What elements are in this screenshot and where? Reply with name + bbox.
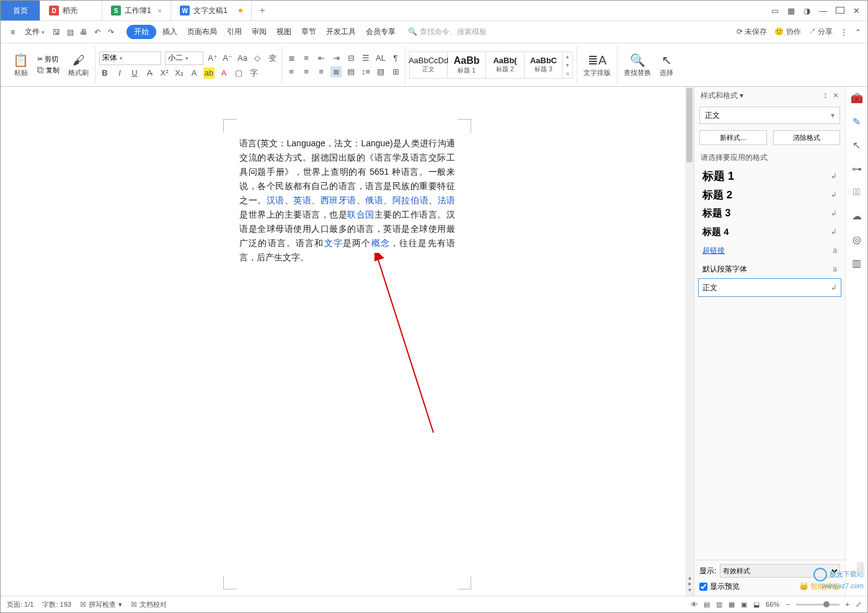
underline-icon[interactable]: U <box>129 68 140 79</box>
hyperlink[interactable]: 概念 <box>371 238 390 248</box>
show-marks-icon[interactable]: ¶ <box>390 53 401 64</box>
decrease-indent-icon[interactable]: ⇤ <box>316 53 327 64</box>
collapse-ribbon-icon[interactable]: ⌃ <box>855 28 861 37</box>
borders-icon[interactable]: ⊞ <box>390 66 401 77</box>
style-item-heading1[interactable]: 标题 1↲ <box>698 167 841 185</box>
format-brush-button[interactable]: 🖌格式刷 <box>66 52 91 77</box>
hyperlink[interactable]: 俄语 <box>365 195 383 205</box>
close-button[interactable]: ✕ <box>853 6 860 15</box>
view-web-icon[interactable]: ▦ <box>728 601 735 609</box>
menu-start[interactable]: 开始 <box>126 25 156 39</box>
page-indicator[interactable]: 页面: 1/1 <box>7 600 33 609</box>
menu-chapter[interactable]: 章节 <box>298 25 320 39</box>
asian-layout-icon[interactable]: 字 <box>248 68 259 79</box>
menu-hamburger-icon[interactable]: ≡ <box>7 26 19 38</box>
bold-icon[interactable]: B <box>99 68 110 79</box>
cloud-icon[interactable]: ☁ <box>851 209 863 222</box>
close-icon[interactable]: × <box>157 6 162 15</box>
clear-format-icon[interactable]: ◇ <box>252 53 263 64</box>
clear-format-button[interactable]: 清除格式 <box>773 130 841 145</box>
align-justify-icon[interactable]: ≣ <box>330 66 342 77</box>
document-page[interactable]: 语言(英文：Language，法文：Langue)是人类进行沟通交流的表达方式。… <box>195 90 500 596</box>
sort-icon[interactable]: ☰ <box>360 53 371 64</box>
app-grid-icon[interactable]: ▭ <box>771 6 779 15</box>
vertical-scrollbar[interactable]: ▴●▾ <box>685 87 694 596</box>
show-preview-checkbox[interactable]: 显示预览 <box>699 581 740 592</box>
current-style-select[interactable]: 正文▾ <box>699 107 840 124</box>
grow-font-icon[interactable]: A⁺ <box>207 53 218 64</box>
shrink-font-icon[interactable]: A⁻ <box>222 53 233 64</box>
select-button[interactable]: ↖选择 <box>657 52 676 77</box>
tab-home[interactable]: 首页 <box>1 1 40 20</box>
bullet-list-icon[interactable]: ≣ <box>286 53 297 64</box>
print-preview-icon[interactable]: ▤ <box>64 27 76 38</box>
align-distribute-icon[interactable]: AL <box>375 53 386 64</box>
view-outline-icon[interactable]: ▥ <box>716 601 722 609</box>
tab-icon[interactable]: ⊟ <box>345 53 356 64</box>
redo-icon[interactable]: ↷ <box>105 27 117 38</box>
new-tab-button[interactable]: + <box>252 1 273 20</box>
font-name-select[interactable]: 宋体▾ <box>99 51 161 65</box>
document-area[interactable]: 语言(英文：Language，法文：Langue)是人类进行沟通交流的表达方式。… <box>1 87 694 596</box>
view-print-icon[interactable]: ▤ <box>704 601 710 609</box>
change-case-icon[interactable]: Aa <box>237 53 248 64</box>
style-gallery[interactable]: AaBbCcDd正文 AaBb标题 1 AaBb(标题 2 AaBbC标题 3 … <box>409 51 573 79</box>
style-heading1[interactable]: AaBb标题 1 <box>448 51 486 79</box>
zoom-in-icon[interactable]: + <box>846 601 849 608</box>
cut-button[interactable]: ✂ 剪切 <box>37 55 60 64</box>
undo-icon[interactable]: ↶ <box>92 27 103 38</box>
number-list-icon[interactable]: ≡ <box>301 53 312 64</box>
unsaved-indicator[interactable]: ⟳ 未保存 <box>737 27 767 37</box>
zoom-out-icon[interactable]: − <box>786 601 789 608</box>
align-center-icon[interactable]: ≡ <box>301 66 312 77</box>
select-tool-icon[interactable]: ↖ <box>851 139 863 151</box>
settings-link-icon[interactable]: ⊶ <box>851 162 863 175</box>
save-icon[interactable]: 🖫 <box>51 27 62 38</box>
paste-button[interactable]: 📋粘贴 <box>11 52 31 77</box>
eye-icon[interactable]: 👁 <box>691 601 698 608</box>
share-button[interactable]: ↗ 分享 <box>808 27 833 37</box>
zoom-slider[interactable] <box>796 604 839 606</box>
subscript-icon[interactable]: X₂ <box>174 68 185 79</box>
align-distributed-icon[interactable]: ▤ <box>345 66 356 77</box>
style-item-heading4[interactable]: 标题 4↲ <box>698 223 841 241</box>
style-body[interactable]: AaBbCcDd正文 <box>409 51 448 79</box>
align-right-icon[interactable]: ≡ <box>316 66 327 77</box>
zoom-value[interactable]: 66% <box>766 601 779 608</box>
hyperlink[interactable]: 文字 <box>324 238 343 248</box>
tab-document-active[interactable]: W文字文稿1 <box>171 1 252 20</box>
command-search[interactable]: 🔍 查找命令、搜索模板 <box>402 27 486 37</box>
fit-width-icon[interactable]: ⬓ <box>753 601 760 609</box>
document-paragraph[interactable]: 语言(英文：Language，法文：Langue)是人类进行沟通交流的表达方式。… <box>239 136 455 265</box>
highlight-icon[interactable]: ab <box>203 68 215 79</box>
style-item-default-font[interactable]: 默认段落字体a <box>698 260 841 278</box>
menu-reference[interactable]: 引用 <box>223 25 246 39</box>
styles-icon[interactable]: ✎ <box>851 115 863 128</box>
spellcheck-toggle[interactable]: ☒ 拼写检查 ▾ <box>80 600 122 609</box>
char-border-icon[interactable]: ▢ <box>233 68 244 79</box>
toolbox-icon[interactable]: 🧰 <box>851 92 863 104</box>
increase-indent-icon[interactable]: ⇥ <box>330 53 342 64</box>
style-item-heading2[interactable]: 标题 2↲ <box>698 185 841 204</box>
hyperlink[interactable]: 英语 <box>293 195 311 205</box>
view-read-icon[interactable]: ▣ <box>741 601 747 609</box>
scrollbar-thumb[interactable] <box>686 88 693 162</box>
pin-icon[interactable]: ⟟ <box>824 91 826 100</box>
copy-button[interactable]: ⿻ 复制 <box>37 66 60 75</box>
more-icon[interactable]: ⋮ <box>840 28 848 37</box>
hyperlink[interactable]: 联合国 <box>347 209 374 219</box>
minimize-button[interactable]: — <box>819 6 827 15</box>
tab-workbook[interactable]: S工作簿1× <box>102 1 171 20</box>
hyperlink[interactable]: 法语 <box>438 195 456 205</box>
target-icon[interactable]: ◎ <box>851 233 863 245</box>
menu-view[interactable]: 视图 <box>273 25 295 39</box>
menu-dev[interactable]: 开发工具 <box>322 25 360 39</box>
tab-daoke[interactable]: D稻壳 <box>40 1 102 20</box>
shading-icon[interactable]: ▧ <box>375 66 386 77</box>
font-effect-icon[interactable]: A <box>188 68 200 79</box>
menu-member[interactable]: 会员专享 <box>362 25 399 39</box>
menu-insert[interactable]: 插入 <box>159 25 181 39</box>
fullscreen-icon[interactable]: ⤢ <box>856 601 861 609</box>
style-expand-icon[interactable]: ≡ <box>566 71 569 77</box>
style-item-body[interactable]: 正文↲ <box>698 278 841 297</box>
